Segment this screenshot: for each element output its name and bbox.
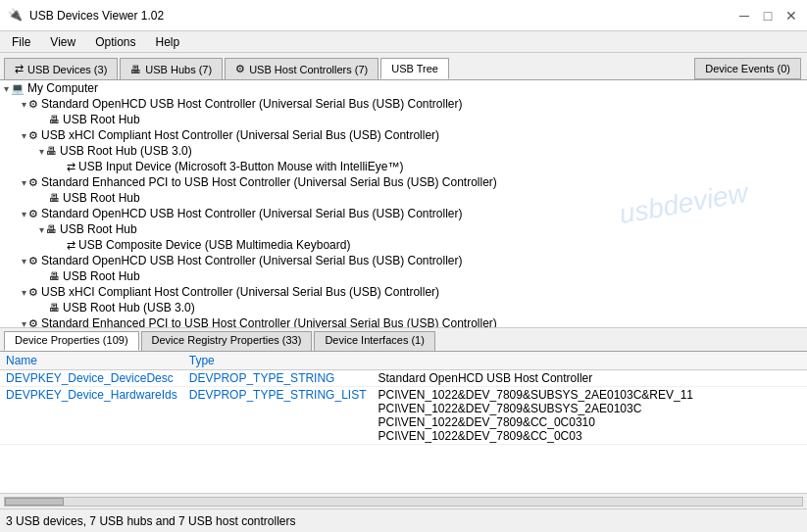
tree-node-icon: ⚙ [28, 129, 38, 142]
tree-node-label: Standard OpenHCD USB Host Controller (Un… [41, 97, 462, 111]
tree-node-icon: 🖶 [46, 223, 57, 235]
menu-item-help[interactable]: Help [148, 33, 188, 51]
title-left: 🔌 USB Devices Viewer 1.02 [8, 8, 164, 24]
tree-node[interactable]: 🖶USB Root Hub (USB 3.0) [0, 300, 807, 315]
tree-node-icon: 🖶 [46, 145, 57, 157]
status-bar: 3 USB devices, 7 USB hubs and 7 USB host… [0, 508, 807, 532]
props-table: Name Type DEVPKEY_Device_DeviceDescDEVPR… [0, 352, 807, 445]
title-controls: ─ □ ✕ [736, 8, 799, 24]
tree-collapse-icon[interactable]: ▾ [39, 146, 44, 157]
tree-node-icon: ⇄ [67, 239, 76, 252]
tree-node[interactable]: ▾⚙USB xHCI Compliant Host Controller (Un… [0, 284, 807, 300]
device-events-button[interactable]: Device Events (0) [694, 58, 801, 79]
bottom-hscroll[interactable] [0, 493, 807, 508]
tree-node[interactable]: ▾🖶USB Root Hub [0, 221, 807, 237]
tree-node[interactable]: ▾⚙Standard Enhanced PCI to USB Host Cont… [0, 315, 807, 328]
tree-collapse-icon[interactable]: ▾ [22, 99, 26, 110]
tree-node[interactable]: 🖶USB Root Hub [0, 112, 807, 127]
tree-collapse-icon[interactable]: ▾ [22, 256, 26, 266]
tree-node-label: USB Root Hub [63, 269, 140, 283]
btab-device-props[interactable]: Device Properties (109) [4, 331, 139, 351]
tree-node-label: USB Root Hub [63, 191, 140, 205]
tree-node[interactable]: ⇄USB Composite Device (USB Multimedia Ke… [0, 237, 807, 253]
menu-item-view[interactable]: View [42, 33, 83, 51]
app-icon: 🔌 [8, 8, 24, 24]
tab-usb-tree[interactable]: USB Tree [380, 58, 449, 79]
properties-area: Name Type DEVPKEY_Device_DeviceDescDEVPR… [0, 352, 807, 508]
tree-collapse-icon[interactable]: ▾ [22, 287, 26, 298]
tree-area[interactable]: ▾💻My Computer▾⚙Standard OpenHCD USB Host… [0, 80, 807, 328]
menu-item-options[interactable]: Options [87, 33, 143, 51]
tree-node[interactable]: ⇄USB Input Device (Microsoft 3-Button Mo… [0, 159, 807, 174]
tree-node-label: USB Root Hub [63, 113, 140, 126]
tab-usb-host-controllers[interactable]: ⚙USB Host Controllers (7) [225, 58, 378, 79]
main-area: ▾💻My Computer▾⚙Standard OpenHCD USB Host… [0, 80, 807, 508]
tree-node[interactable]: ▾⚙Standard OpenHCD USB Host Controller (… [0, 253, 807, 268]
minimize-button[interactable]: ─ [736, 8, 752, 24]
table-row[interactable]: DEVPKEY_Device_HardwareIdsDEVPROP_TYPE_S… [0, 387, 807, 445]
usb-devices-icon: ⇄ [15, 63, 24, 75]
usb-tree-label: USB Tree [391, 63, 438, 74]
tree-collapse-icon[interactable]: ▾ [22, 177, 26, 188]
tree-node-icon: 🖶 [49, 270, 60, 282]
tab-bar: ⇄USB Devices (3)🖶USB Hubs (7)⚙USB Host C… [0, 53, 807, 80]
tree-collapse-icon[interactable]: ▾ [22, 318, 26, 329]
usb-devices-label: USB Devices (3) [27, 64, 107, 75]
tree-node-icon: 🖶 [49, 192, 60, 204]
bottom-tabs: Device Properties (109)Device Registry P… [0, 328, 807, 352]
tree-node-label: USB xHCI Compliant Host Controller (Univ… [41, 285, 439, 299]
status-text: 3 USB devices, 7 USB hubs and 7 USB host… [6, 514, 295, 528]
btab-device-interfaces[interactable]: Device Interfaces (1) [314, 331, 434, 351]
tree-node-label: USB xHCI Compliant Host Controller (Univ… [41, 128, 439, 142]
maximize-button[interactable]: □ [760, 8, 776, 24]
prop-name: DEVPKEY_Device_HardwareIds [0, 387, 183, 445]
menu-bar: FileViewOptionsHelp [0, 31, 807, 53]
prop-value: Standard OpenHCD USB Host Controller [372, 370, 807, 387]
tree-node-icon: ⚙ [28, 208, 38, 220]
tree-node[interactable]: ▾💻My Computer [0, 80, 807, 96]
tree-node-label: Standard Enhanced PCI to USB Host Contro… [41, 316, 497, 328]
tree-collapse-icon[interactable]: ▾ [22, 130, 26, 141]
tree-node[interactable]: 🖶USB Root Hub [0, 190, 807, 206]
h-scroll-thumb[interactable] [5, 498, 64, 506]
tree-node-label: Standard OpenHCD USB Host Controller (Un… [41, 254, 462, 267]
tab-usb-devices[interactable]: ⇄USB Devices (3) [4, 58, 118, 79]
props-scroll[interactable]: Name Type DEVPKEY_Device_DeviceDescDEVPR… [0, 352, 807, 493]
props-tbody: DEVPKEY_Device_DeviceDescDEVPROP_TYPE_ST… [0, 370, 807, 445]
tree-node[interactable]: ▾⚙Standard Enhanced PCI to USB Host Cont… [0, 174, 807, 190]
btab-device-reg-props[interactable]: Device Registry Properties (33) [141, 331, 313, 351]
col-type-header: Type [183, 352, 373, 370]
tree-node-label: Standard Enhanced PCI to USB Host Contro… [41, 175, 497, 189]
tree-node[interactable]: ▾⚙USB xHCI Compliant Host Controller (Un… [0, 127, 807, 143]
tree-node-icon: 🖶 [49, 302, 60, 314]
tree-node-label: Standard OpenHCD USB Host Controller (Un… [41, 207, 462, 220]
tree-node-icon: ⚙ [28, 255, 38, 267]
tree-node-icon: 🖶 [49, 114, 60, 125]
tree-node-icon: 💻 [11, 82, 25, 95]
prop-name: DEVPKEY_Device_DeviceDesc [0, 370, 183, 387]
tree-collapse-icon[interactable]: ▾ [22, 209, 26, 219]
col-value-header [372, 352, 807, 370]
tree-node[interactable]: ▾⚙Standard OpenHCD USB Host Controller (… [0, 206, 807, 221]
prop-type: DEVPROP_TYPE_STRING_LIST [183, 387, 373, 445]
tree-node-label: USB Root Hub [60, 222, 137, 236]
tree-node[interactable]: 🖶USB Root Hub [0, 268, 807, 284]
usb-host-controllers-label: USB Host Controllers (7) [249, 64, 368, 75]
table-row[interactable]: DEVPKEY_Device_DeviceDescDEVPROP_TYPE_ST… [0, 370, 807, 387]
tree-node-label: USB Root Hub (USB 3.0) [63, 301, 195, 314]
tab-usb-hubs[interactable]: 🖶USB Hubs (7) [120, 58, 223, 79]
usb-hubs-label: USB Hubs (7) [145, 64, 212, 75]
tree-node-icon: ⚙ [28, 176, 38, 189]
tree-collapse-icon[interactable]: ▾ [4, 83, 9, 94]
tree-node-icon: ⚙ [28, 98, 38, 111]
tree-node[interactable]: ▾⚙Standard OpenHCD USB Host Controller (… [0, 96, 807, 112]
title-bar: 🔌 USB Devices Viewer 1.02 ─ □ ✕ [0, 0, 807, 31]
tree-node-label: USB Input Device (Microsoft 3-Button Mou… [78, 160, 403, 173]
h-scroll-track[interactable] [4, 497, 803, 507]
tree-collapse-icon[interactable]: ▾ [39, 224, 44, 235]
tree-node-label: USB Composite Device (USB Multimedia Key… [78, 238, 350, 252]
tree-node[interactable]: ▾🖶USB Root Hub (USB 3.0) [0, 143, 807, 159]
tree-node-label: My Computer [27, 81, 98, 95]
menu-item-file[interactable]: File [4, 33, 38, 51]
close-button[interactable]: ✕ [783, 8, 799, 24]
